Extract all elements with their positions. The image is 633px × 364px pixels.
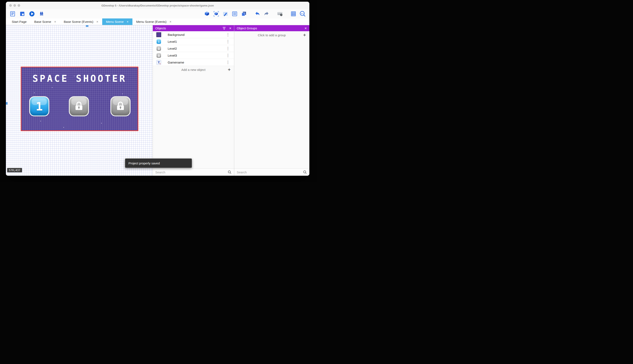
gamename-text-instance[interactable]: SPACE SHOOTER [22, 73, 138, 84]
object-name: Level1 [168, 40, 177, 44]
object-row-level2[interactable]: Level2 ⋮ [153, 45, 234, 52]
tab-menu-scene[interactable]: Menu Scene ✕ [102, 18, 132, 25]
window-title: GDevelop 5 - /Users/dkarakay/Documents/G… [101, 4, 214, 7]
objects-panel-header: Objects ✕ [153, 25, 234, 31]
scene-editor-canvas[interactable]: SPACE SHOOTER 1 570;437 [6, 25, 153, 176]
level2-button-instance[interactable] [69, 96, 89, 116]
undo-icon[interactable] [254, 10, 261, 17]
objects-panel: Objects ✕ Background ⋮ 1 Level1 ⋮ [153, 25, 234, 176]
level1-button-instance[interactable]: 1 [29, 96, 49, 116]
tab-label: Menu Scene [106, 20, 124, 24]
search-icon [228, 170, 231, 174]
level2-lock-icon [156, 46, 161, 51]
tab-start-page[interactable]: Start Page [8, 18, 31, 25]
save-toast: Project properly saved [125, 158, 192, 168]
background-object-icon [156, 32, 161, 37]
more-options-icon[interactable]: ⋮ [225, 46, 231, 51]
tab-close-icon[interactable]: ✕ [127, 20, 129, 23]
object-row-gamename[interactable]: Tx Gamename ⋮ [153, 59, 234, 66]
star-dot [101, 123, 102, 124]
groups-header-actions: ✕ [304, 27, 307, 30]
filter-icon[interactable] [223, 27, 226, 30]
level1-object-icon: 1 [156, 39, 161, 44]
tab-close-icon[interactable]: ✕ [96, 20, 98, 23]
add-new-object-label: Add a new object [181, 68, 205, 72]
text-object-icon: Tx [156, 60, 161, 65]
instances-cube-icon[interactable] [204, 10, 210, 17]
debug-icon[interactable] [38, 10, 45, 17]
objects-search-row [153, 168, 234, 176]
add-new-object-button[interactable]: Add a new object + [153, 66, 234, 74]
level3-button-instance[interactable] [110, 96, 131, 116]
object-groups-list: Click to add a group + [234, 31, 309, 168]
tab-label: Menu Scene (Events) [136, 20, 166, 24]
zoom-window-button[interactable] [18, 4, 20, 7]
tab-bar: Start Page Base Scene ✕ Base Scene (Even… [6, 18, 309, 25]
object-groups-panel-header: Object Groups ✕ [234, 25, 309, 31]
tab-menu-scene-events[interactable]: Menu Scene (Events) ✕ [132, 18, 175, 25]
scroll-marker-left [6, 102, 8, 105]
lock-icon [74, 100, 84, 112]
titlebar: GDevelop 5 - /Users/dkarakay/Documents/G… [6, 2, 309, 9]
level1-number: 1 [36, 100, 43, 113]
object-groups-panel-title: Object Groups [237, 26, 257, 30]
new-window-icon[interactable] [19, 10, 26, 17]
tab-base-scene[interactable]: Base Scene ✕ [31, 18, 60, 25]
close-window-button[interactable] [9, 4, 12, 7]
groups-search-input[interactable] [237, 170, 303, 174]
toast-message: Project properly saved [128, 162, 160, 165]
redo-icon[interactable] [263, 10, 270, 17]
more-options-icon[interactable]: ⋮ [225, 39, 231, 44]
star-dot [122, 94, 123, 94]
object-name: Level3 [168, 54, 177, 57]
render-options-icon[interactable] [277, 10, 283, 17]
objects-panel-title: Objects [155, 26, 166, 30]
more-options-icon[interactable]: ⋮ [225, 60, 231, 64]
scene-background-instance[interactable]: SPACE SHOOTER 1 [21, 67, 138, 131]
edit-pencil-icon[interactable] [222, 10, 229, 17]
add-group-button[interactable]: Click to add a group + [234, 31, 309, 39]
object-row-background[interactable]: Background ⋮ [153, 31, 234, 38]
objects-header-actions: ✕ [223, 27, 231, 30]
svg-text:1:1: 1:1 [301, 12, 304, 15]
object-name: Level2 [168, 47, 177, 50]
star-dot [52, 87, 53, 88]
scroll-marker-top [86, 25, 88, 27]
add-icon[interactable]: + [303, 32, 306, 38]
tab-close-icon[interactable]: ✕ [169, 20, 171, 23]
more-options-icon[interactable]: ⋮ [225, 53, 231, 58]
close-icon[interactable]: ✕ [304, 27, 307, 30]
gdevelop-window: GDevelop 5 - /Users/dkarakay/Documents/G… [6, 2, 309, 176]
objects-list: Background ⋮ 1 Level1 ⋮ Level2 ⋮ Level3 … [153, 31, 234, 168]
lock-icon [115, 100, 126, 112]
search-icon [303, 170, 307, 174]
zoom-1-1-icon[interactable]: 1:1 [299, 10, 306, 17]
object-name: Background [168, 33, 184, 36]
object-groups-panel: Object Groups ✕ Click to add a group + [234, 25, 309, 176]
grid-icon[interactable] [290, 10, 297, 17]
objects-search-input[interactable] [155, 170, 228, 174]
tab-close-icon[interactable]: ✕ [54, 20, 56, 23]
star-dot [40, 121, 41, 122]
minimize-window-button[interactable] [14, 4, 16, 7]
add-icon[interactable]: + [228, 67, 231, 72]
cursor-coordinates: 570;437 [7, 168, 22, 172]
objects-cube-icon[interactable] [213, 10, 219, 17]
events-list-icon[interactable] [231, 10, 238, 17]
add-group-label: Click to add a group [258, 33, 286, 37]
object-row-level1[interactable]: 1 Level1 ⋮ [153, 38, 234, 45]
close-icon[interactable]: ✕ [229, 27, 231, 30]
tab-base-scene-events[interactable]: Base Scene (Events) ✕ [60, 18, 102, 25]
main-area: SPACE SHOOTER 1 570;437 [6, 25, 309, 176]
object-name: Gamename [168, 60, 184, 64]
tab-label: Start Page [12, 20, 27, 24]
object-row-level3[interactable]: Level3 ⋮ [153, 52, 234, 59]
more-options-icon[interactable]: ⋮ [225, 32, 231, 37]
groups-search-row [234, 168, 309, 176]
star-dot [34, 92, 35, 93]
layers-copy-icon[interactable] [240, 10, 247, 17]
preview-play-icon[interactable] [29, 10, 35, 17]
toolbar-left-group [9, 10, 45, 17]
project-manager-icon[interactable] [9, 10, 16, 17]
window-controls [9, 2, 20, 9]
